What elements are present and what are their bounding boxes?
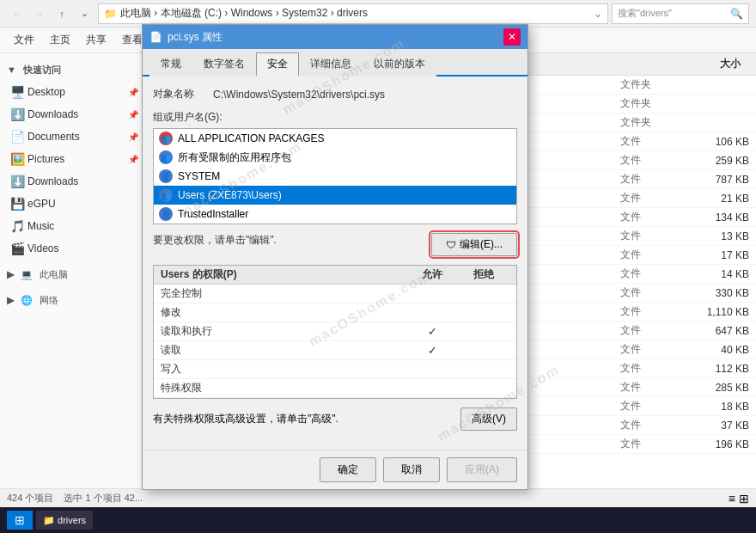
user-icon-users: 👥 [159,188,173,202]
sidebar-item-music[interactable]: 🎵 Music [0,215,145,237]
nav-buttons: ← → ↑ ⌄ [7,3,94,24]
quick-access-label: 快速访问 [23,64,61,77]
object-name-value: C:\Windows\System32\drivers\pci.sys [213,89,517,101]
network-header[interactable]: ▶ 🌐 网络 [0,289,145,311]
videos-icon: 🎬 [10,242,24,255]
list-view-btn[interactable]: ≡ [729,492,735,505]
dialog-close-button[interactable]: ✕ [503,28,521,46]
user-icon-system: 👤 [159,169,173,183]
egpu-icon: 💾 [10,197,24,211]
recent-button[interactable]: ⌄ [74,3,94,24]
perm-row-read: 读取 ✓ [154,341,516,360]
user-restricted-label: 所有受限制的应用程序包 [178,150,291,165]
start-button[interactable]: ⊞ [7,511,33,530]
status-bar: 424 个项目 选中 1 个项目 42... ≡ ⊞ [0,488,756,507]
ok-button[interactable]: 确定 [320,457,376,482]
object-name-label: 对象名称 [153,87,213,101]
sidebar-desktop-label: Desktop [27,86,65,98]
sidebar-pictures-label: Pictures [27,153,64,165]
search-placeholder: 搜索"drivers" [618,7,672,20]
shield-edit-icon: 🛡 [446,239,456,251]
network-section: ▶ 🌐 网络 [0,287,145,313]
user-restricted[interactable]: 👥 所有受限制的应用程序包 [154,148,516,167]
user-all-app[interactable]: 👥 ALL APPLICATION PACKAGES [154,129,516,148]
status-total: 424 个项目 [7,492,53,505]
tab-details[interactable]: 详细信息 [299,52,363,77]
music-icon: 🎵 [10,219,24,233]
edit-note: 要更改权限，请单击"编辑". [153,233,431,256]
perm-row-read-exec: 读取和执行 ✓ [154,322,516,341]
perm-header: Users 的权限(P) 允许 拒绝 [154,266,516,285]
user-icon-trusted: 👤 [159,207,173,221]
advanced-note: 有关特殊权限或高级设置，请单击"高级". [153,412,338,426]
user-users[interactable]: 👥 Users (ZXE873\Users) [154,186,516,205]
quick-access-chevron: ▼ [7,64,16,75]
network-chevron: ▶ [7,295,14,306]
taskbar: ⊞ 📁 drivers [0,507,756,533]
downloads2-icon: ⬇️ [10,175,24,188]
user-users-label: Users (ZXE873\Users) [178,189,282,201]
user-system[interactable]: 👤 SYSTEM [154,167,516,186]
user-icon-restricted: 👥 [159,150,173,164]
sidebar-downloads2-label: Downloads [27,175,78,187]
dialog-content: 对象名称 C:\Windows\System32\drivers\pci.sys… [143,77,527,450]
tab-security[interactable]: 安全 [256,52,299,77]
perm-read-allow: ✓ [406,344,458,357]
forward-button[interactable]: → [29,3,50,24]
toolbar-home-btn[interactable]: 主页 [43,31,77,50]
address-chevron: ⌄ [594,8,602,20]
downloads-icon: ⬇️ [10,107,24,121]
perm-read-exec: 读取和执行 [161,324,406,339]
this-pc-header[interactable]: ▶ 💻 此电脑 [0,263,145,285]
sidebar-item-desktop[interactable]: 🖥️ Desktop 📌 [0,81,145,103]
user-system-label: SYSTEM [178,170,220,182]
advanced-button[interactable]: 高级(V) [460,407,517,431]
sidebar-item-downloads2[interactable]: ⬇️ Downloads [0,170,145,193]
perm-allow-header: 允许 [406,267,458,282]
edit-button[interactable]: 🛡 编辑(E)... [431,233,517,256]
perm-special: 特殊权限 [161,381,406,395]
perm-row-modify: 修改 [154,303,516,322]
permissions-section: Users 的权限(P) 允许 拒绝 完全控制 修改 读取和执行 ✓ 读取 [153,265,517,399]
sidebar-item-egpu[interactable]: 💾 eGPU [0,193,145,215]
back-button[interactable]: ← [7,3,27,24]
sidebar-egpu-label: eGPU [27,198,56,210]
address-icon: 📁 [104,8,117,20]
network-icon: 🌐 [21,295,33,306]
properties-dialog: 📄 pci.sys 属性 ✕ 常规 数字签名 安全 详细信息 以前的版本 对象名… [142,24,528,490]
sidebar-videos-label: Videos [27,242,58,254]
sidebar-item-pictures[interactable]: 🖼️ Pictures 📌 [0,148,145,170]
apply-button[interactable]: 应用(A) [447,457,517,482]
dialog-tabs: 常规 数字签名 安全 详细信息 以前的版本 [143,49,527,77]
address-bar[interactable]: 📁 此电脑 › 本地磁盘 (C:) › Windows › System32 ›… [98,3,608,24]
sidebar-downloads-label: Downloads [27,108,78,120]
perm-title: Users 的权限(P) [161,267,406,282]
dialog-icon: 📄 [149,31,162,43]
perm-deny-header: 拒绝 [458,267,509,282]
perm-row-full: 完全控制 [154,285,516,303]
sidebar-item-videos[interactable]: 🎬 Videos [0,237,145,260]
toolbar-file-btn[interactable]: 文件 [7,31,41,50]
status-view-buttons: ≡ ⊞ [729,492,749,505]
toolbar-share-btn[interactable]: 共享 [79,31,113,50]
sidebar-item-downloads[interactable]: ⬇️ Downloads 📌 [0,103,145,126]
cancel-button[interactable]: 取消 [383,457,440,482]
col-size-label: 大小 [672,57,741,71]
search-bar[interactable]: 搜索"drivers" 🔍 [612,3,749,24]
user-icon-all-app: 👥 [159,132,173,145]
edit-btn-label: 编辑(E)... [460,237,503,252]
advanced-row: 有关特殊权限或高级设置，请单击"高级". 高级(V) [153,407,517,431]
this-pc-section: ▶ 💻 此电脑 [0,261,145,287]
tab-general[interactable]: 常规 [149,52,192,77]
tab-previous-versions[interactable]: 以前的版本 [363,52,436,77]
user-trusted-installer[interactable]: 👤 TrustedInstaller [154,205,516,224]
sidebar-item-documents[interactable]: 📄 Documents 📌 [0,126,145,148]
up-button[interactable]: ↑ [52,3,72,24]
perm-row-write: 写入 [154,360,516,379]
sidebar-documents-label: Documents [27,131,80,143]
perm-read: 读取 [161,343,406,358]
perm-modify: 修改 [161,305,406,320]
tab-digital-sign[interactable]: 数字签名 [192,52,256,77]
grid-view-btn[interactable]: ⊞ [739,492,749,505]
taskbar-explorer-btn[interactable]: 📁 drivers [36,511,93,530]
